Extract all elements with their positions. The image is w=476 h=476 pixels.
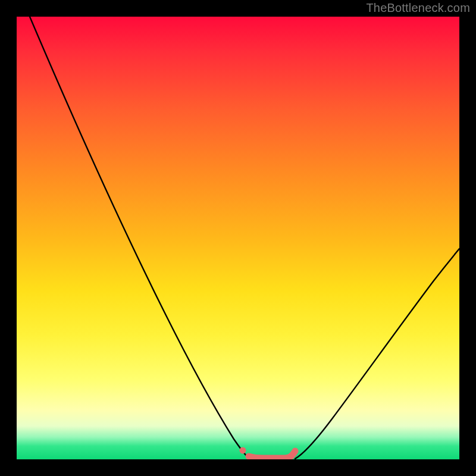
curve-layer	[17, 17, 459, 459]
left-curve	[30, 17, 250, 459]
watermark-text: TheBottleneck.com	[366, 1, 470, 15]
marker-dot	[240, 447, 246, 454]
plot-area	[17, 17, 459, 459]
right-curve	[295, 249, 459, 459]
minimum-band-marker	[249, 451, 295, 458]
chart-frame: TheBottleneck.com	[0, 0, 476, 476]
